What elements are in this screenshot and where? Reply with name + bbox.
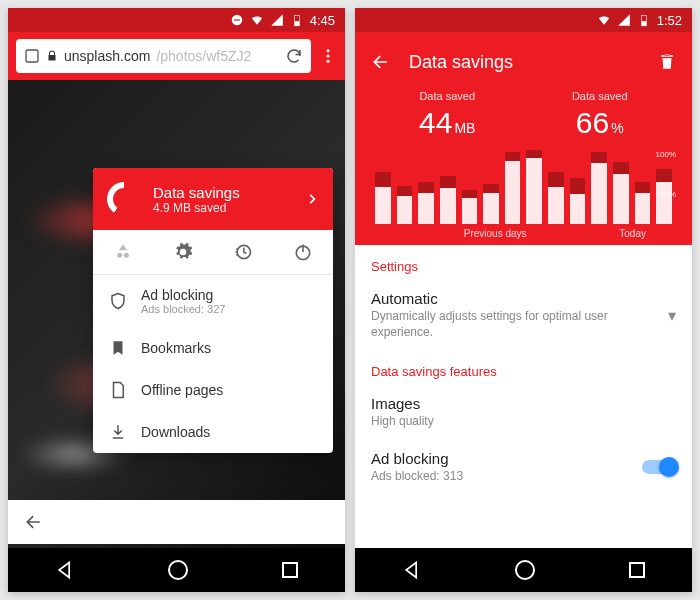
chart-bar xyxy=(483,186,499,224)
overflow-menu: Data savings 4.9 MB saved Ad blockingAds… xyxy=(93,168,333,453)
setting-desc: High quality xyxy=(371,414,676,430)
svg-rect-1 xyxy=(234,19,240,20)
setting-title: Images xyxy=(371,395,676,412)
svg-point-6 xyxy=(327,55,330,58)
url-path: /photos/wf5ZJ2 xyxy=(156,48,251,64)
signal-icon xyxy=(270,13,284,27)
setting-adblock[interactable]: Ad blocking Ads blocked: 313 xyxy=(355,440,692,495)
menu-item-downloads[interactable]: Downloads xyxy=(93,411,333,453)
lock-icon xyxy=(46,50,58,62)
battery-icon xyxy=(637,13,651,27)
svg-rect-4 xyxy=(26,50,38,62)
nav-home-icon[interactable] xyxy=(515,560,535,580)
menu-subtitle: 4.9 MB saved xyxy=(153,201,293,215)
dropdown-icon: ▾ xyxy=(668,306,676,325)
setting-desc: Ads blocked: 313 xyxy=(371,469,642,485)
card-data-saved-pct: Data saved 66% xyxy=(524,90,677,140)
url-field[interactable]: unsplash.com/photos/wf5ZJ2 xyxy=(16,39,311,73)
menu-item-label: Ad blocking xyxy=(141,287,213,303)
svg-point-8 xyxy=(117,253,122,258)
card-unit: % xyxy=(611,120,623,136)
status-time: 1:52 xyxy=(657,13,682,28)
tab-icon xyxy=(24,48,40,64)
svg-point-9 xyxy=(124,253,129,258)
wifi-icon xyxy=(597,13,611,27)
chart-bar xyxy=(570,180,586,224)
chart-bar xyxy=(505,154,521,224)
chart-bar xyxy=(440,178,456,224)
nav-back-icon[interactable] xyxy=(55,560,75,580)
setting-desc: Dynamically adjusts settings for optimal… xyxy=(371,309,668,340)
bookmark-icon xyxy=(109,339,127,357)
shield-icon xyxy=(109,292,127,310)
battery-icon xyxy=(290,13,304,27)
chart-bar xyxy=(397,188,413,224)
status-time: 4:45 xyxy=(310,13,335,28)
incognito-icon[interactable] xyxy=(111,240,135,264)
svg-rect-13 xyxy=(641,21,646,26)
history-icon[interactable] xyxy=(231,240,255,264)
arrow-left-icon xyxy=(24,512,44,532)
wifi-icon xyxy=(250,13,264,27)
adblock-toggle[interactable] xyxy=(642,460,676,474)
y-tick: 100% xyxy=(656,150,676,159)
phone-left: 4:45 unsplash.com/photos/wf5ZJ2 Data sav… xyxy=(8,8,345,592)
chevron-right-icon xyxy=(305,192,319,206)
android-navbar xyxy=(8,548,345,592)
y-tick: 50% xyxy=(660,190,676,199)
chart-x-prev: Previous days xyxy=(371,228,619,239)
menu-data-savings[interactable]: Data savings 4.9 MB saved xyxy=(93,168,333,230)
power-icon[interactable] xyxy=(291,240,315,264)
menu-item-label: Bookmarks xyxy=(141,340,211,356)
setting-images[interactable]: Images High quality xyxy=(355,385,692,440)
menu-item-sub: Ads blocked: 327 xyxy=(141,303,225,315)
menu-item-adblocking[interactable]: Ad blockingAds blocked: 327 xyxy=(93,275,333,327)
chart-bar xyxy=(613,164,629,224)
chart-bar xyxy=(548,174,564,224)
data-savings-header: Data savings Data saved 44MB Data saved … xyxy=(355,32,692,245)
browser-back-bar[interactable] xyxy=(8,500,345,544)
status-bar: 4:45 xyxy=(8,8,345,32)
page-icon xyxy=(109,381,127,399)
nav-recents-icon[interactable] xyxy=(282,562,298,578)
card-value: 66 xyxy=(576,106,609,139)
signal-icon xyxy=(617,13,631,27)
svg-rect-3 xyxy=(294,21,299,26)
svg-point-5 xyxy=(327,49,330,52)
chart-bar xyxy=(462,192,478,224)
menu-item-offline[interactable]: Offline pages xyxy=(93,369,333,411)
chart-bar xyxy=(418,184,434,224)
back-icon[interactable] xyxy=(371,52,391,72)
chart-bar xyxy=(375,174,391,224)
card-label: Data saved xyxy=(371,90,524,102)
data-savings-donut-icon xyxy=(107,182,141,216)
section-settings: Settings xyxy=(355,245,692,280)
status-bar: 1:52 xyxy=(355,8,692,32)
setting-title: Automatic xyxy=(371,290,668,307)
card-unit: MB xyxy=(454,120,475,136)
menu-item-label: Downloads xyxy=(141,424,210,440)
nav-recents-icon[interactable] xyxy=(629,562,645,578)
setting-mode[interactable]: Automatic Dynamically adjusts settings f… xyxy=(355,280,692,350)
reload-icon[interactable] xyxy=(285,47,303,65)
menu-title: Data savings xyxy=(153,184,293,201)
card-label: Data saved xyxy=(524,90,677,102)
menu-item-bookmarks[interactable]: Bookmarks xyxy=(93,327,333,369)
savings-chart: 100% 50% xyxy=(371,144,676,224)
chart-x-today: Today xyxy=(619,228,646,239)
svg-point-7 xyxy=(327,60,330,63)
setting-title: Ad blocking xyxy=(371,450,642,467)
menu-button[interactable] xyxy=(319,47,337,65)
url-host: unsplash.com xyxy=(64,48,150,64)
gear-icon[interactable] xyxy=(171,240,195,264)
nav-back-icon[interactable] xyxy=(402,560,422,580)
delete-icon[interactable] xyxy=(658,53,676,71)
url-bar: unsplash.com/photos/wf5ZJ2 xyxy=(8,32,345,80)
phone-right: 1:52 Data savings Data saved 44MB Data s… xyxy=(355,8,692,592)
chart-y-ticks: 100% 50% xyxy=(648,144,676,224)
nav-home-icon[interactable] xyxy=(168,560,188,580)
menu-item-label: Offline pages xyxy=(141,382,223,398)
page-title: Data savings xyxy=(409,52,640,73)
dnd-icon xyxy=(230,13,244,27)
chart-bar xyxy=(526,152,542,224)
